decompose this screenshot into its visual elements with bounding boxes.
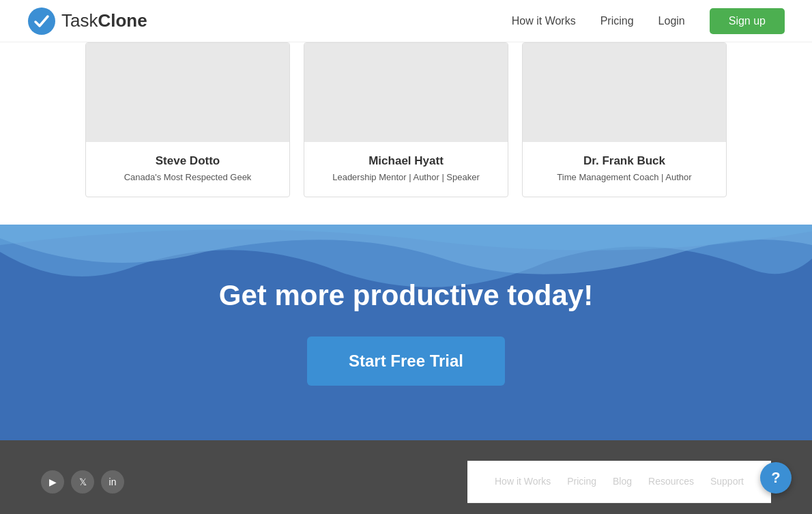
footer-nav: How it Works Pricing Blog Resources Supp… (467, 461, 771, 503)
testimonial-name-2: Michael Hyatt (315, 154, 497, 168)
nav-link-pricing[interactable]: Pricing (600, 15, 634, 27)
footer-social: ▶ 𝕏 in (41, 470, 124, 494)
nav-links: How it Works Pricing Login Sign up (512, 8, 785, 34)
linkedin-icon[interactable]: in (101, 470, 124, 494)
testimonial-card-3: Dr. Frank Buck Time Management Coach | A… (522, 42, 727, 197)
footer-link-blog[interactable]: Blog (613, 476, 632, 487)
taskclone-logo-icon (27, 7, 56, 35)
logo[interactable]: TaskClone (27, 7, 147, 35)
logo-text-normal: Task (61, 10, 98, 31)
help-button[interactable]: ? (760, 462, 792, 494)
logo-text-bold: Clone (98, 10, 147, 31)
start-free-trial-button[interactable]: Start Free Trial (307, 337, 505, 386)
testimonial-card-1: Steve Dotto Canada's Most Respected Geek (85, 42, 290, 197)
footer: ▶ 𝕏 in How it Works Pricing Blog Resourc… (0, 440, 812, 515)
nav-link-how-it-works[interactable]: How it Works (512, 15, 576, 27)
footer-link-how-it-works[interactable]: How it Works (495, 476, 551, 487)
signup-button[interactable]: Sign up (710, 8, 785, 34)
footer-link-resources[interactable]: Resources (648, 476, 694, 487)
testimonial-title-1: Canada's Most Respected Geek (97, 171, 278, 184)
testimonial-image-2 (304, 43, 508, 142)
testimonial-image-1 (86, 43, 289, 142)
footer-link-support[interactable]: Support (710, 476, 744, 487)
navbar: TaskClone How it Works Pricing Login Sig… (0, 0, 812, 42)
testimonial-title-2: Leadership Mentor | Author | Speaker (315, 171, 497, 184)
footer-link-pricing[interactable]: Pricing (567, 476, 596, 487)
testimonial-name-3: Dr. Frank Buck (534, 154, 715, 168)
nav-link-login[interactable]: Login (658, 15, 685, 27)
testimonials-section: Steve Dotto Canada's Most Respected Geek… (0, 42, 812, 225)
youtube-icon[interactable]: ▶ (41, 470, 64, 494)
testimonial-title-3: Time Management Coach | Author (534, 171, 715, 184)
testimonial-name-1: Steve Dotto (97, 154, 278, 168)
svg-point-0 (28, 8, 55, 35)
testimonial-card-2: Michael Hyatt Leadership Mentor | Author… (304, 42, 508, 197)
cta-headline: Get more productive today! (14, 279, 798, 312)
testimonial-image-3 (523, 43, 726, 142)
twitter-icon[interactable]: 𝕏 (71, 470, 94, 494)
cta-section: Get more productive today! Start Free Tr… (0, 225, 812, 440)
footer-top: ▶ 𝕏 in How it Works Pricing Blog Resourc… (41, 461, 771, 503)
